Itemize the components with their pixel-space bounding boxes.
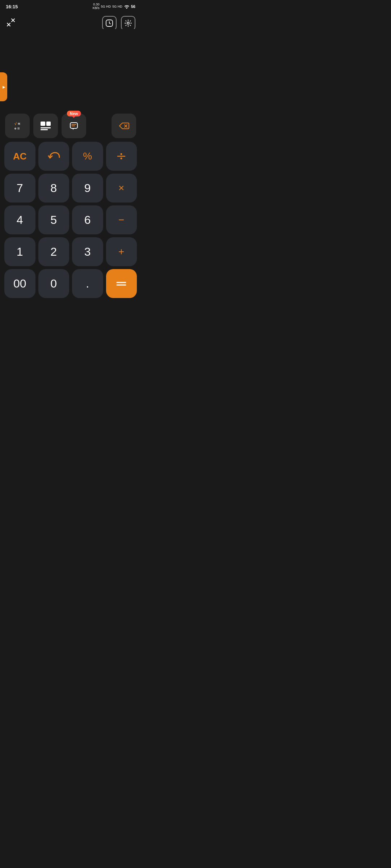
- math-mode-button[interactable]: √π e=: [5, 114, 30, 138]
- divide-icon: [116, 151, 126, 161]
- btn-7[interactable]: 7: [4, 174, 35, 203]
- layout-icon: [41, 122, 51, 130]
- btn-8[interactable]: 8: [38, 174, 70, 203]
- side-tab[interactable]: ▶: [0, 72, 7, 101]
- calculator-section: √π e= New: [0, 111, 141, 305]
- compress-button[interactable]: [6, 17, 16, 29]
- battery-label: 56: [131, 4, 135, 9]
- gear-icon: [124, 19, 132, 27]
- calc-row-5: 00 0 .: [4, 269, 137, 298]
- calc-rows: AC % 7: [4, 142, 137, 298]
- btn-2[interactable]: 2: [38, 237, 70, 266]
- subtract-button[interactable]: −: [106, 205, 137, 234]
- layout-button[interactable]: [33, 114, 58, 138]
- calc-row-1: AC %: [4, 142, 137, 171]
- undo-button[interactable]: [38, 142, 70, 171]
- svg-point-11: [121, 153, 122, 155]
- calc-row-2: 7 8 9 ×: [4, 174, 137, 203]
- btn-decimal[interactable]: .: [72, 269, 103, 298]
- network-speed: 0.30 KB/s: [93, 3, 100, 10]
- divide-button[interactable]: [106, 142, 137, 171]
- percent-button[interactable]: %: [72, 142, 103, 171]
- btn-9[interactable]: 9: [72, 174, 103, 203]
- equals-icon: [115, 280, 127, 287]
- svg-point-5: [127, 22, 129, 24]
- history-button[interactable]: [102, 16, 117, 30]
- btn-3[interactable]: 3: [72, 237, 103, 266]
- calc-row-3: 4 5 6 −: [4, 205, 137, 234]
- status-time: 16:15: [6, 4, 18, 9]
- signal2-label: 5G HD: [112, 5, 122, 8]
- add-button[interactable]: +: [106, 237, 137, 266]
- btn-0[interactable]: 0: [38, 269, 70, 298]
- chat-button[interactable]: New: [62, 114, 86, 138]
- calc-row-4: 1 2 3 +: [4, 237, 137, 266]
- backspace-icon: [118, 122, 130, 130]
- backspace-button[interactable]: [112, 114, 136, 138]
- new-badge: New: [67, 111, 81, 116]
- status-right: 0.30 KB/s 5G HD 5G HD 56: [93, 3, 135, 10]
- wifi-icon: [124, 4, 130, 9]
- undo-icon: [47, 151, 60, 162]
- ac-button[interactable]: AC: [4, 142, 35, 171]
- signal1-label: 5G HD: [101, 5, 111, 8]
- clock-icon: [105, 19, 113, 27]
- multiply-button[interactable]: ×: [106, 174, 137, 203]
- equals-button[interactable]: [106, 269, 137, 298]
- side-tab-arrow: ▶: [3, 85, 5, 89]
- function-bar: √π e= New: [4, 114, 137, 138]
- settings-button[interactable]: [121, 16, 135, 30]
- btn-4[interactable]: 4: [4, 205, 35, 234]
- svg-point-13: [121, 158, 122, 159]
- math-icon: √π e=: [14, 122, 20, 131]
- chat-icon: [69, 121, 79, 131]
- btn-6[interactable]: 6: [72, 205, 103, 234]
- status-bar: 16:15 0.30 KB/s 5G HD 5G HD 56: [0, 0, 141, 12]
- btn-double-zero[interactable]: 00: [4, 269, 35, 298]
- btn-1[interactable]: 1: [4, 237, 35, 266]
- toolbar-right: [102, 16, 135, 30]
- btn-5[interactable]: 5: [38, 205, 70, 234]
